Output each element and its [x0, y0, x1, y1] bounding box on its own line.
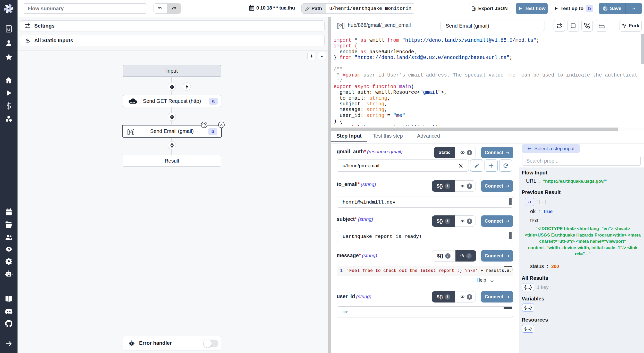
svg-text:HTTP: HTTP [130, 101, 135, 104]
